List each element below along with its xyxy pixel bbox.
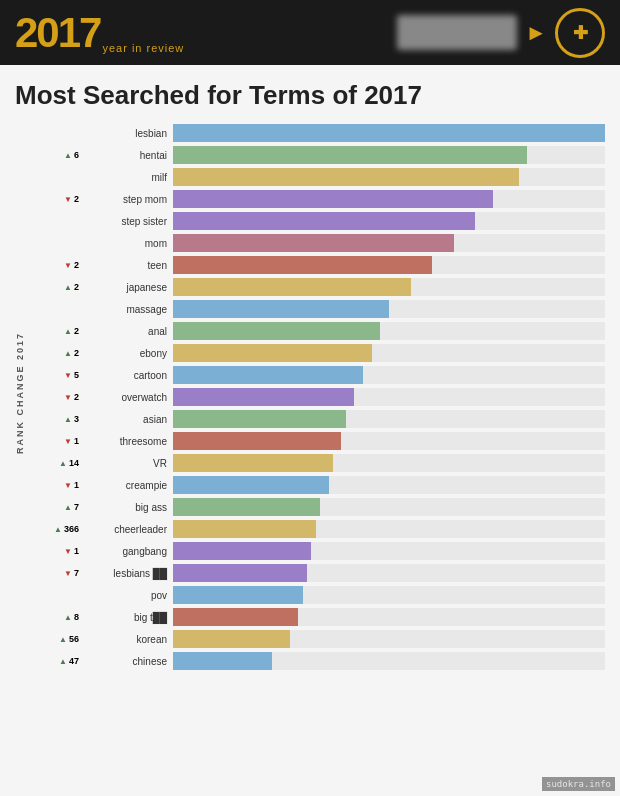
bar-row: pov <box>28 585 605 605</box>
watermark: sudokra.info <box>542 777 615 791</box>
term-label: korean <box>83 634 173 645</box>
bar-fill <box>173 234 454 252</box>
term-label: chinese <box>83 656 173 667</box>
rank-change-number: 7 <box>74 502 79 512</box>
bar-fill <box>173 190 493 208</box>
down-arrow-icon: ▼ <box>64 547 72 556</box>
bar-row: ▼1gangbang <box>28 541 605 561</box>
bar-fill <box>173 344 372 362</box>
bar-row: ▲7big ass <box>28 497 605 517</box>
bar-row: step sister <box>28 211 605 231</box>
bar-fill <box>173 366 363 384</box>
bar-wrapper <box>173 564 605 582</box>
term-label: cartoon <box>83 370 173 381</box>
rank-change-number: 2 <box>74 326 79 336</box>
term-label: asian <box>83 414 173 425</box>
bar-wrapper <box>173 454 605 472</box>
header-circle-icon: ✚ <box>555 8 605 58</box>
header-sponsor-logo <box>397 15 517 50</box>
bar-row: ▼7lesbians ██ <box>28 563 605 583</box>
term-label: VR <box>83 458 173 469</box>
chart-body: lesbian▲6hentaimilf▼2step momstep sister… <box>28 123 605 673</box>
bar-wrapper <box>173 212 605 230</box>
bar-fill <box>173 124 605 142</box>
rank-change: ▲14 <box>28 458 83 468</box>
bar-fill <box>173 278 411 296</box>
bar-fill <box>173 652 272 670</box>
bar-wrapper <box>173 608 605 626</box>
bar-fill <box>173 608 298 626</box>
term-label: anal <box>83 326 173 337</box>
rank-change-number: 1 <box>74 436 79 446</box>
bar-wrapper <box>173 410 605 428</box>
rank-change-number: 14 <box>69 458 79 468</box>
down-arrow-icon: ▼ <box>64 261 72 270</box>
logo-subtitle: year in review <box>102 42 184 54</box>
bar-wrapper <box>173 234 605 252</box>
rank-change: ▲56 <box>28 634 83 644</box>
rank-change-number: 2 <box>74 348 79 358</box>
term-label: ebony <box>83 348 173 359</box>
page-title: Most Searched for Terms of 2017 <box>15 80 605 111</box>
bar-fill <box>173 520 316 538</box>
bar-fill <box>173 300 389 318</box>
term-label: big t██ <box>83 612 173 623</box>
rank-change: ▼1 <box>28 436 83 446</box>
rank-change-number: 7 <box>74 568 79 578</box>
down-arrow-icon: ▼ <box>64 481 72 490</box>
rank-change-number: 1 <box>74 480 79 490</box>
main-content: Most Searched for Terms of 2017 RANK CHA… <box>0 65 620 673</box>
rank-change: ▼2 <box>28 260 83 270</box>
up-arrow-icon: ▲ <box>64 613 72 622</box>
rank-change: ▲7 <box>28 502 83 512</box>
down-arrow-icon: ▼ <box>64 569 72 578</box>
bar-wrapper <box>173 366 605 384</box>
bar-wrapper <box>173 388 605 406</box>
up-arrow-icon: ▲ <box>59 635 67 644</box>
bar-wrapper <box>173 256 605 274</box>
bar-fill <box>173 476 329 494</box>
bar-row: ▼1threesome <box>28 431 605 451</box>
bar-wrapper <box>173 146 605 164</box>
y-axis-label: RANK CHANGE 2017 <box>15 123 25 663</box>
bar-row: ▼2overwatch <box>28 387 605 407</box>
term-label: overwatch <box>83 392 173 403</box>
bar-row: ▲3asian <box>28 409 605 429</box>
rank-change: ▲8 <box>28 612 83 622</box>
term-label: mom <box>83 238 173 249</box>
bar-fill <box>173 630 290 648</box>
bar-row: ▼1creampie <box>28 475 605 495</box>
rank-change: ▲6 <box>28 150 83 160</box>
bar-wrapper <box>173 344 605 362</box>
bar-wrapper <box>173 124 605 142</box>
term-label: step mom <box>83 194 173 205</box>
up-arrow-icon: ▲ <box>64 283 72 292</box>
down-arrow-icon: ▼ <box>64 371 72 380</box>
down-arrow-icon: ▼ <box>64 393 72 402</box>
bar-row: ▲2ebony <box>28 343 605 363</box>
bar-wrapper <box>173 498 605 516</box>
bar-fill <box>173 168 519 186</box>
bar-wrapper <box>173 190 605 208</box>
rank-change-number: 2 <box>74 392 79 402</box>
up-arrow-icon: ▲ <box>64 151 72 160</box>
bar-fill <box>173 212 475 230</box>
term-label: massage <box>83 304 173 315</box>
bar-wrapper <box>173 300 605 318</box>
rank-change-number: 2 <box>74 194 79 204</box>
bar-wrapper <box>173 476 605 494</box>
bar-row: lesbian <box>28 123 605 143</box>
bar-wrapper <box>173 168 605 186</box>
bar-row: ▲2anal <box>28 321 605 341</box>
down-arrow-icon: ▼ <box>64 437 72 446</box>
header: 2017 year in review ► ✚ <box>0 0 620 65</box>
up-arrow-icon: ▲ <box>54 525 62 534</box>
bar-fill <box>173 586 303 604</box>
bar-wrapper <box>173 630 605 648</box>
up-arrow-icon: ▲ <box>64 503 72 512</box>
term-label: hentai <box>83 150 173 161</box>
bar-row: ▼5cartoon <box>28 365 605 385</box>
rank-change-number: 47 <box>69 656 79 666</box>
bar-fill <box>173 498 320 516</box>
rank-change-number: 3 <box>74 414 79 424</box>
